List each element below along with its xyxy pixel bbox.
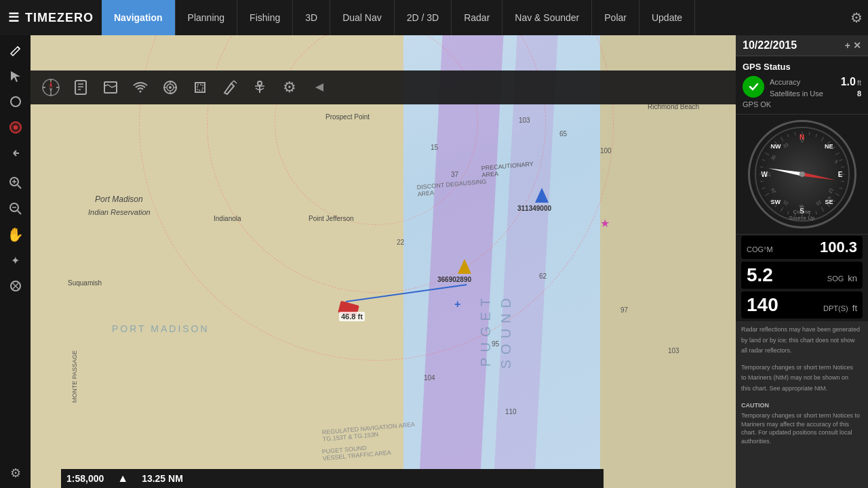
gps-section: GPS Status Accuracy 1.0 ft Satellites in… [736, 56, 868, 115]
datetime-plus-icon[interactable]: + [845, 40, 850, 51]
back-button[interactable] [3, 141, 28, 165]
tab-navigation[interactable]: Navigation [102, 0, 176, 35]
waypoint-tool[interactable] [67, 74, 94, 101]
compass-ticks-svg: 0 3 6 9 12 15 18 21 24 27 30 33 [756, 128, 848, 220]
target-tool[interactable] [157, 74, 184, 101]
tab-nav-sounder[interactable]: Nav & Sounder [502, 0, 592, 35]
text-line-1: Radar reflections may have been generate… [741, 325, 863, 334]
tab-update[interactable]: Update [639, 0, 695, 35]
svg-text:27: 27 [766, 171, 771, 177]
svg-line-73 [765, 152, 769, 155]
dpt-label: DPT(S) [823, 304, 848, 312]
svg-rect-26 [104, 82, 117, 93]
gps-header: GPS Status [743, 62, 861, 72]
datetime-close-icon[interactable]: ✕ [853, 40, 861, 51]
tab-radar[interactable]: Radar [452, 0, 502, 35]
layers-tool[interactable] [186, 74, 214, 101]
toolbar-settings[interactable]: ⚙ [276, 74, 303, 101]
toolbar-back[interactable] [306, 74, 333, 101]
tab-dual-nav[interactable]: Dual Nav [330, 0, 395, 35]
svg-line-72 [762, 159, 765, 161]
svg-line-45 [815, 134, 816, 138]
svg-line-74 [769, 146, 772, 148]
sog-label: SOG [827, 274, 844, 283]
svg-text:33: 33 [782, 142, 789, 148]
svg-text:21: 21 [782, 200, 789, 207]
cancel-button[interactable] [3, 274, 28, 298]
depth-num-11: 65 [559, 130, 567, 138]
svg-line-69 [760, 181, 763, 182]
svg-line-64 [781, 207, 783, 211]
datetime-display: 10/22/2015 [743, 39, 797, 52]
tab-fishing[interactable]: Fishing [237, 0, 293, 35]
svg-marker-92 [768, 166, 802, 176]
gps-satellites-label: Satellites in Use [770, 89, 823, 98]
compass-mode-label: CourseSource Up [789, 209, 815, 221]
tab-polar[interactable]: Polar [592, 0, 639, 35]
special-button[interactable]: ✦ [3, 248, 28, 272]
draw-button[interactable] [3, 38, 28, 62]
text-line-3: all radar reflectors. [741, 346, 863, 355]
gps-accuracy-value: 1.0 [841, 76, 856, 88]
datetime-icons: + ✕ [845, 40, 861, 51]
route-cross-marker: + [454, 298, 460, 310]
signal-tool[interactable] [127, 74, 154, 101]
zoom-out-button[interactable] [3, 197, 28, 221]
vessel-id-366902890: 366902890 [437, 276, 471, 283]
depth-num-1: 15 [431, 144, 438, 151]
text-line-8 [741, 395, 863, 399]
cog-display: COG °M 100.3 [741, 236, 863, 259]
active-tool-button[interactable] [3, 115, 28, 140]
svg-line-50 [839, 159, 842, 161]
pointer-button[interactable] [3, 64, 28, 88]
svg-line-48 [832, 146, 835, 148]
vessel-depth-label: 46.8 ft [339, 312, 365, 321]
anchor-tool[interactable] [246, 74, 273, 101]
svg-point-2 [11, 97, 20, 106]
tab-planning[interactable]: Planning [176, 0, 238, 35]
text-line-10: Temporary changes or short term Notices … [741, 411, 863, 445]
depth-num-8: 97 [620, 306, 628, 314]
svg-line-68 [762, 188, 765, 189]
svg-line-57 [827, 205, 829, 207]
text-line-6: to Mariners (NtM) may not be shown on [741, 373, 863, 382]
gps-icon [743, 76, 764, 98]
vessel-366902890 [458, 259, 471, 274]
svg-line-51 [841, 167, 844, 167]
depth-num-12: 100 [600, 147, 612, 155]
depth-num-9: 103 [668, 347, 679, 354]
svg-line-49 [835, 152, 839, 155]
vessel-311349000 [535, 188, 549, 203]
chart-tool[interactable] [97, 74, 124, 101]
gps-details: Accuracy 1.0 ft Satellites in Use 8 [770, 76, 861, 98]
pan-button[interactable]: ✋ [3, 222, 28, 247]
svg-line-76 [781, 137, 783, 141]
svg-line-59 [815, 211, 816, 215]
sog-value: 5.2 [747, 264, 773, 286]
main-content: ✋ ✦ ⚙ [0, 35, 868, 488]
svg-point-93 [800, 171, 805, 177]
compass-rose-tool[interactable] [37, 74, 64, 101]
tab-3d[interactable]: 3D [293, 0, 330, 35]
global-settings-icon[interactable]: ⚙ [850, 9, 863, 26]
gps-ok-status: GPS OK [743, 100, 861, 108]
svg-text:0: 0 [801, 138, 804, 143]
nav-tabs: Navigation Planning Fishing 3D Dual Nav … [102, 0, 695, 35]
svg-line-78 [795, 132, 795, 136]
edit-tool[interactable] [216, 74, 243, 101]
hamburger-icon[interactable]: ☰ [8, 10, 20, 25]
tab-2d-3d[interactable]: 2D / 3D [395, 0, 452, 35]
gps-content: Accuracy 1.0 ft Satellites in Use 8 [743, 76, 861, 98]
svg-text:6: 6 [827, 196, 832, 201]
svg-line-36 [231, 81, 234, 83]
circle-button[interactable] [3, 89, 28, 114]
top-bar: ☰ TIMEZERO Navigation Planning Fishing 3… [0, 0, 868, 35]
sidebar-settings-button[interactable]: ⚙ [3, 461, 28, 485]
svg-rect-22 [75, 81, 86, 94]
svg-line-46 [821, 137, 823, 141]
svg-line-58 [821, 207, 823, 211]
svg-line-0 [18, 47, 20, 49]
compass-section: N NE E SE S SW W NW [736, 115, 868, 235]
map-scale: 1:58,000 [66, 473, 104, 484]
zoom-in-button[interactable] [3, 171, 28, 195]
